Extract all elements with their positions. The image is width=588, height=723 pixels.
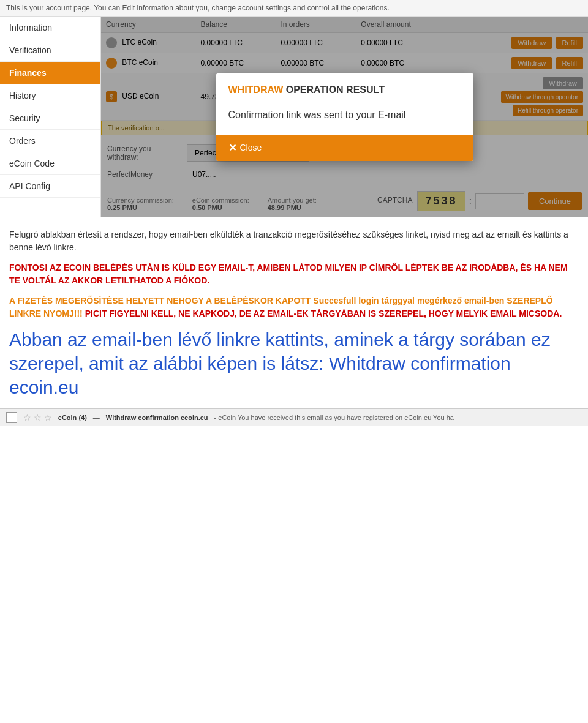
sidebar-item-information[interactable]: Information [0,17,100,39]
sidebar-item-api-config[interactable]: API Config [0,175,100,198]
sidebar-item-finances[interactable]: Finances [0,62,100,84]
close-icon: ✕ [228,142,236,154]
instruction-text-4: Abban az email-ben lévő linkre kattints,… [9,328,579,399]
status-app-name: eCoin (4) [58,414,87,421]
status-bold-text: Withdraw confirmation ecoin.eu [106,414,208,421]
sidebar-item-ecoin-code[interactable]: eCoin Code [0,152,100,175]
top-banner-text: This is your account page. You can Edit … [6,4,390,12]
modal-title-part2: OPERATION RESULT [286,84,385,95]
sidebar-item-security[interactable]: Security [0,107,100,130]
instruction-text-1: Felugró ablakban értesít a rendszer, hog… [9,228,579,254]
sidebar-item-orders[interactable]: Orders [0,130,100,152]
sidebar: Information Verification Finances Histor… [0,17,101,217]
close-modal-button[interactable]: ✕ Close [228,142,262,154]
status-separator: — [93,414,100,421]
instruction-text-2: FONTOS! AZ ECOIN BELÉPÉS UTÁN IS KÜLD EG… [9,261,579,287]
modal-body-text: Confirmation link was sent to your E-mai… [228,110,406,120]
modal-body: Confirmation link was sent to your E-mai… [216,102,473,135]
top-banner: This is your account page. You can Edit … [0,0,588,17]
status-stars: ☆ ☆ ☆ [23,413,52,422]
close-button-label: Close [240,143,262,152]
main-layout: Information Verification Finances Histor… [0,17,588,217]
status-description: - eCoin You have received this email as … [214,414,454,421]
instruction-text-3-part2: PICIT FIGYELNI KELL, NE KAPKODJ, DE AZ E… [83,309,562,318]
modal-title-part1: WHITDRAW [228,84,284,95]
status-bar: ☆ ☆ ☆ eCoin (4) — Withdraw confirmation … [0,408,588,426]
modal-dialog: WHITDRAW OPERATION RESULT Confirmation l… [216,73,473,161]
sidebar-item-history[interactable]: History [0,84,100,107]
instruction-text-3: A FIZETÉS MEGERŐSÍTÉSE HELYETT NEHOGY A … [9,294,579,320]
content-area: Currency Balance In orders Overall amoun… [101,17,588,217]
modal-footer: ✕ Close [216,135,473,161]
modal-header: WHITDRAW OPERATION RESULT [216,73,473,102]
instruction-section: Felugró ablakban értesít a rendszer, hog… [0,217,588,408]
app-icon [6,412,17,423]
sidebar-item-verification[interactable]: Verification [0,39,100,62]
modal-overlay: WHITDRAW OPERATION RESULT Confirmation l… [101,17,588,217]
